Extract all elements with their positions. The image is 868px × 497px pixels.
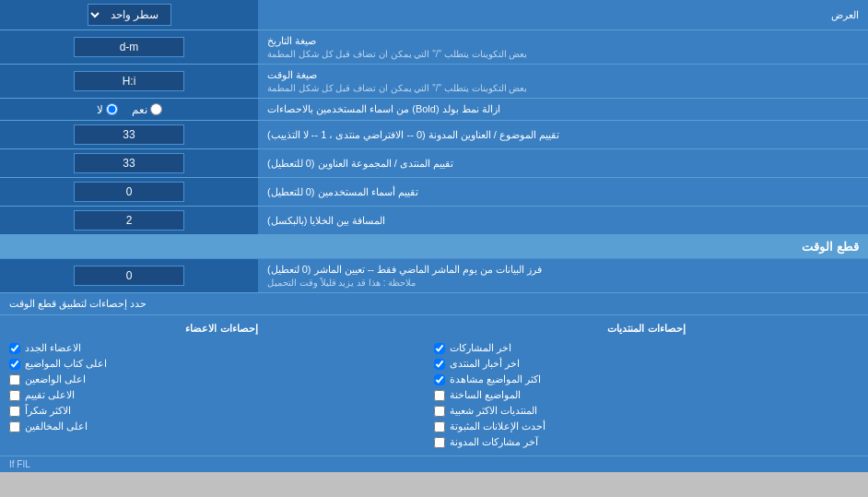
checkbox-item: الاعضاء الجدد — [9, 342, 434, 354]
time-format-input[interactable]: H:i — [74, 71, 184, 91]
define-stats-label: حدد إحصاءات لتطبيق قطع الوقت — [0, 293, 868, 314]
checkbox-most-thanked[interactable] — [9, 406, 20, 417]
date-format-input[interactable]: d-m — [74, 37, 184, 57]
bold-remove-label: ازالة نمط بولد (Bold) من اسماء المستخدمي… — [258, 99, 868, 120]
cell-spacing-input-area — [0, 207, 258, 234]
cell-spacing-input[interactable] — [74, 210, 184, 231]
forum-order-input-area — [0, 149, 258, 177]
checkbox-last-news[interactable] — [434, 359, 445, 370]
display-label: العرض — [258, 5, 868, 26]
display-input-area: سطر واحد سطرين ثلاثة أسطر — [0, 0, 258, 30]
time-cutoff-section-title: قطع الوقت — [0, 235, 868, 259]
checkbox-item: اكثر المواضيع مشاهدة — [434, 373, 859, 385]
checkboxes-section: إحصاءات المنتديات اخر المشاركات اخر أخبا… — [0, 315, 868, 456]
members-stats-header: إحصاءات الاعضاء — [9, 323, 434, 335]
time-cutoff-label: فرز البيانات من يوم الماشر الماضي فقط --… — [258, 259, 868, 292]
pulse-text: If FIL — [9, 459, 30, 469]
time-format-label: صيغة الوقت بعض التكوينات يتطلب "/" التي … — [258, 65, 868, 98]
users-order-label: تقييم أسماء المستخدمين (0 للتعطيل) — [258, 178, 868, 206]
bold-remove-no-radio[interactable] — [106, 103, 118, 115]
display-select[interactable]: سطر واحد سطرين ثلاثة أسطر — [88, 4, 171, 26]
pulse-row: If FIL — [0, 456, 868, 472]
checkbox-item: آخر مشاركات المدونة — [434, 436, 859, 448]
checkbox-item: الاعلى تقييم — [9, 389, 434, 401]
checkbox-item: أحدث الإعلانات المثبوتة — [434, 420, 859, 432]
checkbox-latest-announcements[interactable] — [434, 421, 445, 432]
checkbox-new-members[interactable] — [9, 343, 20, 354]
bold-remove-no-option[interactable]: لا — [97, 103, 118, 116]
checkbox-item: المنتديات الاكثر شعبية — [434, 405, 859, 417]
checkbox-top-violators[interactable] — [9, 421, 20, 432]
time-format-input-area: H:i — [0, 65, 258, 98]
topics-order-input-area — [0, 121, 258, 148]
time-cutoff-input[interactable] — [74, 266, 184, 286]
bold-remove-yes-option[interactable]: نعم — [132, 103, 162, 116]
checkbox-item: اعلى المخالفين — [9, 420, 434, 432]
bold-remove-no-label: لا — [97, 103, 103, 116]
checkbox-item: اخر أخبار المنتدى — [434, 358, 859, 370]
forum-stats-header: إحصاءات المنتديات — [434, 323, 859, 335]
forum-order-input[interactable] — [74, 153, 184, 173]
cell-spacing-label: المسافة بين الخلايا (بالبكسل) — [258, 207, 868, 234]
checkbox-top-writers[interactable] — [9, 359, 20, 370]
checkbox-last-posts[interactable] — [434, 343, 445, 354]
topics-order-input[interactable] — [74, 124, 184, 145]
checkbox-top-posters[interactable] — [9, 374, 20, 385]
bold-remove-yes-radio[interactable] — [150, 103, 162, 115]
checkbox-item: الاكثر شكراً — [9, 405, 434, 417]
checkbox-most-viewed[interactable] — [434, 374, 445, 385]
checkbox-item: اخر المشاركات — [434, 342, 859, 354]
forum-order-label: تقييم المنتدى / المجموعة العناوين (0 للت… — [258, 149, 868, 177]
users-order-input-area — [0, 178, 258, 206]
forum-stats-col: إحصاءات المنتديات اخر المشاركات اخر أخبا… — [434, 323, 859, 448]
topics-order-label: تقييم الموضوع / العناوين المدونة (0 -- ا… — [258, 121, 868, 148]
bold-remove-yes-label: نعم — [132, 103, 147, 116]
date-format-input-area: d-m — [0, 30, 258, 64]
checkbox-item: اعلى كتاب المواضيع — [9, 358, 434, 370]
checkbox-top-rated[interactable] — [9, 390, 20, 401]
checkbox-popular-forums[interactable] — [434, 406, 445, 417]
checkbox-item: المواضيع الساخنة — [434, 389, 859, 401]
date-format-label: صيغة التاريخ بعض التكوينات يتطلب "/" الت… — [258, 30, 868, 64]
members-stats-col: إحصاءات الاعضاء الاعضاء الجدد اعلى كتاب … — [9, 323, 434, 448]
checkbox-hot-topics[interactable] — [434, 390, 445, 401]
bold-remove-options: نعم لا — [0, 99, 258, 120]
time-cutoff-input-area — [0, 259, 258, 292]
users-order-input[interactable] — [74, 182, 184, 202]
checkbox-last-blog[interactable] — [434, 437, 445, 448]
checkbox-item: اعلى الواضعين — [9, 373, 434, 385]
